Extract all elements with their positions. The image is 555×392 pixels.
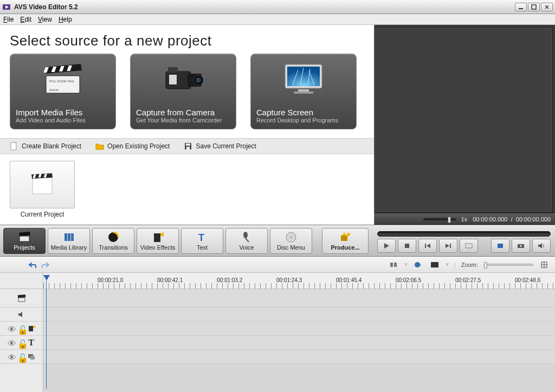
source-panel: Select source for a new project ROLL SCE… (0, 25, 375, 225)
playhead-icon[interactable] (43, 275, 50, 280)
svg-text:Director: Director (49, 88, 59, 92)
save-current-project[interactable]: Save Current Project (184, 142, 256, 151)
ruler-label: 00:01:24.3 (276, 277, 302, 283)
titlebar: AVS Video Editor 5.2 (0, 0, 555, 14)
menu-edit[interactable]: Edit (20, 16, 31, 23)
menu-view[interactable]: View (38, 16, 52, 23)
card-title: Capture from Camera (136, 108, 230, 117)
label: Voice (240, 244, 254, 251)
label: Video Effects (140, 244, 175, 251)
create-blank-project[interactable]: Create Blank Project (10, 142, 81, 151)
ruler-label: 00:00:42.1 (157, 277, 183, 283)
timeline: 👁 🔓 👁 🔓 T 👁 🔓 00:00:21.0 00:00:42.1 00:0… (0, 273, 555, 392)
tab-voice[interactable]: Voice (225, 228, 268, 254)
menubar: File Edit View Help (0, 14, 555, 25)
open-existing-project[interactable]: Open Existing Project (95, 142, 170, 151)
svg-marker-73 (18, 295, 25, 298)
minimize-button[interactable] (515, 3, 527, 11)
app-icon (2, 3, 11, 11)
tab-disc-menu[interactable]: Disc Menu (270, 228, 312, 254)
next-frame-button[interactable] (439, 239, 457, 253)
track-head-effects[interactable]: 👁 🔓 (0, 322, 43, 336)
card-sub: Record Desktop and Programs (256, 117, 351, 123)
monitor-icon (251, 57, 356, 100)
time-total: 00:00:00.000 (516, 216, 551, 223)
eye-icon: 👁 (8, 339, 15, 347)
track-audio[interactable] (43, 308, 555, 322)
prev-frame-button[interactable] (418, 239, 437, 253)
card-sub: Get Your Media from Camcorder (136, 117, 230, 123)
svg-marker-76 (33, 325, 35, 328)
ruler-label: 00:01:03.2 (217, 277, 242, 283)
fullscreen-button[interactable] (491, 239, 509, 253)
card-capture-screen[interactable]: Capture Screen Record Desktop and Progra… (250, 54, 357, 129)
track-head-text[interactable]: 👁 🔓 T (0, 336, 43, 350)
volume-button[interactable] (532, 239, 551, 253)
clapper-icon (18, 231, 30, 243)
svg-text:T: T (198, 232, 204, 243)
svg-marker-57 (427, 244, 430, 248)
scrub-bar[interactable] (377, 231, 551, 237)
svg-rect-75 (29, 326, 33, 331)
maximize-button[interactable] (528, 3, 540, 11)
tracks-area[interactable]: 00:00:21.0 00:00:42.1 00:01:03.2 00:01:2… (43, 273, 555, 392)
view-mode-button[interactable] (429, 260, 440, 270)
transitions-icon (107, 231, 119, 243)
svg-rect-42 (71, 233, 74, 241)
undo-button[interactable] (27, 259, 39, 270)
track-text[interactable] (43, 336, 555, 350)
zoom-label: Zoom: (461, 262, 478, 268)
track-head-overlay[interactable]: 👁 🔓 (0, 350, 43, 364)
ruler-label: 00:02:27.5 (455, 277, 481, 283)
svg-rect-18 (168, 67, 178, 73)
speed-slider[interactable] (423, 218, 456, 220)
produce-button[interactable]: Produce... (322, 228, 369, 254)
svg-rect-55 (405, 244, 409, 248)
card-title: Capture Screen (256, 108, 351, 117)
redo-button[interactable] (39, 259, 51, 270)
snapshot-button[interactable] (512, 239, 530, 253)
svg-rect-59 (450, 244, 451, 248)
audio-track-button[interactable] (413, 260, 424, 270)
svg-marker-58 (446, 244, 449, 248)
tab-text[interactable]: T Text (181, 228, 223, 254)
time-ruler[interactable]: 00:00:21.0 00:00:42.1 00:01:03.2 00:01:2… (43, 273, 555, 289)
loop-button[interactable] (460, 239, 478, 253)
zoom-slider[interactable] (483, 264, 533, 266)
tab-transitions[interactable]: Transitions (92, 228, 134, 254)
zoom-fit-button[interactable] (539, 260, 550, 270)
overlay-icon (27, 352, 36, 361)
play-button[interactable] (377, 239, 396, 253)
split-button[interactable] (388, 260, 399, 270)
track-head-audio[interactable] (0, 308, 43, 322)
track-head-video[interactable] (0, 289, 43, 308)
tab-media-library[interactable]: Media Library (48, 228, 90, 254)
menu-file[interactable]: File (3, 16, 14, 23)
preview-panel: 1x 00:00:00.000 / 00:00:00.000 (375, 25, 555, 225)
label: Open Existing Project (107, 142, 170, 150)
svg-rect-3 (532, 5, 536, 9)
svg-rect-38 (20, 236, 29, 241)
tab-projects[interactable]: Projects (3, 228, 46, 254)
svg-point-47 (243, 232, 248, 238)
mic-icon (241, 231, 253, 243)
tab-video-effects[interactable]: Video Effects (137, 228, 179, 254)
speed-label: 1x (461, 216, 468, 223)
svg-rect-60 (466, 244, 472, 248)
svg-marker-52 (342, 232, 346, 236)
stop-button[interactable] (398, 239, 416, 253)
card-import-media[interactable]: ROLL SCENE TAKE Director Import Media Fi… (10, 54, 116, 129)
svg-line-48 (246, 238, 249, 242)
svg-rect-44 (154, 233, 160, 242)
eye-icon: 👁 (8, 325, 15, 332)
effects-icon (152, 231, 164, 243)
card-capture-camera[interactable]: Capture from Camera Get Your Media from … (130, 54, 236, 129)
track-effects[interactable] (43, 322, 555, 336)
track-video[interactable] (43, 289, 555, 308)
current-project-thumb[interactable]: Current Project (10, 161, 75, 218)
menu-help[interactable]: Help (59, 16, 72, 23)
svg-rect-66 (394, 263, 397, 267)
track-overlay[interactable] (43, 350, 555, 364)
svg-point-67 (415, 262, 420, 267)
close-button[interactable] (541, 3, 553, 11)
